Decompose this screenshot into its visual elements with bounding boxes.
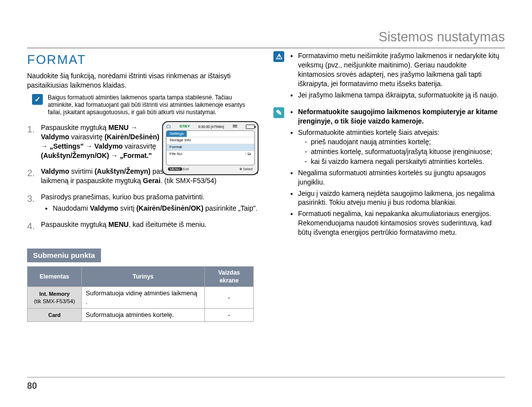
battery-icon (246, 125, 255, 129)
warn-item: Formatavimo metu neišimkite įrašymo laik… (298, 51, 505, 89)
lcd-tab: Settings (166, 131, 187, 137)
page-number: 80 (27, 381, 37, 391)
info-item: Negalima suformatuoti atminties kortelės… (298, 168, 505, 187)
row-head: Int. Memory(tik SMX-F53/54) (28, 287, 82, 309)
th-content: Turinys (82, 266, 205, 286)
lcd-preview: 📇 STBY 0:00:00 [475Min] 📼 Settings Stora… (162, 121, 259, 175)
step-4-text: Paspauskite mygtuką MENU, kad išeitumėte… (41, 220, 259, 233)
row-display: - (205, 309, 254, 322)
lcd-time: 0:00:00 [475Min] (199, 125, 224, 129)
right-column: ⚠ Formatavimo metu neišimkite įrašymo la… (273, 51, 505, 322)
lcd-row: Storage Info (166, 137, 254, 144)
note-box-1: ✓ Baigus formatuoti atminties laikmenos … (32, 94, 259, 116)
pencil-icon: ✎ (273, 107, 284, 118)
step-number: 1. (27, 123, 36, 160)
page-title: FORMAT (27, 51, 259, 68)
submenu-table: Elementas Turinys Vaizdas ekrane Int. Me… (27, 266, 254, 322)
lcd-row-selected: Format (166, 144, 254, 151)
step-3-text: Pasirodys pranešimas, kuriuo bus prašoma… (41, 192, 259, 213)
info-item: Formatuoti negalima, kai nepakanka akumu… (298, 209, 505, 237)
step-number: 2. (27, 167, 36, 186)
step-1-text: Paspauskite mygtuką MENU → Valdymo vaira… (41, 123, 164, 160)
info-item: Jeigu į vaizdo kamerą neįdėta saugojimo … (298, 189, 505, 208)
footer-rule (27, 377, 505, 377)
step-number: 4. (27, 220, 36, 233)
row-display: - (205, 287, 254, 309)
info-block: ✎ Neformatuokite saugojimo laikmenos kom… (273, 107, 505, 239)
row-head: Card (28, 309, 82, 322)
info-item: Suformatuokite atminties kortelę šiais a… (298, 128, 505, 166)
note-text: Baigus formatuoti atminties laikmenos sp… (48, 94, 259, 116)
intro-text: Naudokite šią funkciją, norėdami ištrint… (27, 71, 259, 90)
th-display: Vaizdas ekrane (205, 266, 254, 286)
left-column: FORMAT Naudokite šią funkciją, norėdami … (27, 51, 259, 322)
check-icon: ✓ (32, 94, 43, 105)
th-element: Elementas (28, 266, 82, 286)
info-subitem: prieš naudojant naują atminties kortelę; (311, 137, 505, 147)
menu-pill: MENU (168, 167, 182, 171)
lcd-row: File No.: 🗂 (166, 151, 254, 157)
warn-item: Jei įrašymo laikmena tampa iškraipyta, s… (298, 91, 505, 100)
subsection-tab: Submeniu punkta (27, 249, 101, 262)
row-content: Suformatuoja vidinę atminties laikmeną . (82, 287, 205, 309)
lcd-stby: STBY (179, 124, 190, 129)
info-lead: Neformatuokite saugojimo laikmenos kompi… (298, 107, 505, 126)
warning-block: ⚠ Formatavimo metu neišimkite įrašymo la… (273, 51, 505, 101)
warning-icon: ⚠ (273, 51, 284, 62)
step-number: 3. (27, 192, 36, 213)
header-rule (27, 48, 505, 48)
info-subitem: kai ši vaizdo kamera negali perskaityti … (311, 157, 505, 166)
section-header: Sistemos nustatymas (27, 30, 505, 45)
row-content: Suformatuoja atminties kortelę. (82, 309, 205, 322)
info-subitem: atminties kortelę, suformatuotą/įrašytą … (311, 147, 505, 157)
